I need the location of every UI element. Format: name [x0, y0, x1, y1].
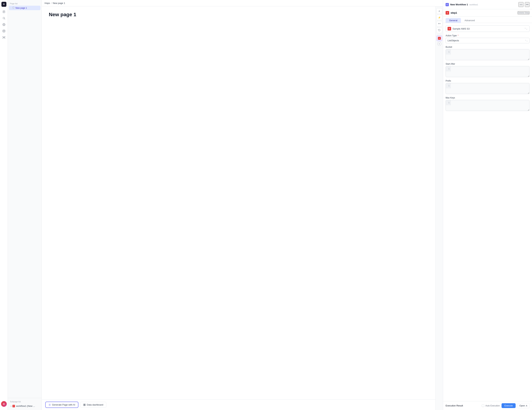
svg-point-10 [5, 37, 5, 37]
integrations-icon-btn[interactable] [1, 35, 7, 40]
prefix-field: Prefix 1 [446, 80, 530, 94]
max-keys-line: 1 [446, 100, 529, 111]
datasource-aws-icon: S [447, 27, 451, 30]
tab-bar: General Advanced [443, 17, 532, 23]
search-icon-btn[interactable] [1, 15, 7, 21]
tab-general[interactable]: General [446, 18, 461, 23]
svg-point-18 [49, 404, 50, 405]
start-after-field: Start After 1 [446, 63, 530, 77]
workflow-header-actions: >> ••• [518, 2, 530, 7]
settings-icon-btn[interactable] [1, 22, 7, 28]
execute-button[interactable]: Execute [502, 403, 516, 408]
auto-execution-checkbox[interactable] [482, 404, 484, 407]
prefix-line-content[interactable] [451, 83, 529, 94]
svg-point-11 [3, 38, 3, 38]
main-header: Hops / New page 1 [42, 0, 443, 6]
auto-execution-area: Auto Execution [482, 404, 500, 407]
bucket-line-content[interactable] [451, 49, 529, 60]
left-icon-bar: H H [0, 0, 8, 410]
right-toolbar: # ⚡ S + [436, 6, 443, 410]
sidebar-page-label: New page 1 [16, 7, 39, 9]
workflow-aws-icon: S [438, 37, 441, 40]
start-after-textarea[interactable]: 1 [446, 66, 530, 77]
generate-page-button[interactable]: Generate Page with AI [45, 402, 78, 408]
history-tool-button[interactable] [437, 28, 442, 33]
svg-rect-17 [13, 7, 14, 9]
generate-page-label: Generate Page with AI [52, 403, 75, 406]
bucket-line-num: 1 [446, 49, 451, 55]
required-indicator: * [458, 34, 459, 37]
bucket-textarea[interactable]: 1 [446, 49, 530, 60]
sidebar: Page list › New page 1 Subpage list › S … [8, 0, 42, 410]
form-area: S Sample AWS S3 ⌃⌄ Action Type * ListObj… [443, 23, 532, 401]
svg-rect-20 [85, 404, 86, 405]
bottom-logo[interactable]: H [1, 401, 7, 407]
data-dashboard-button[interactable]: Data dashboard [80, 402, 106, 408]
max-keys-textarea[interactable]: 1 [446, 100, 530, 111]
action-type-select-wrapper: ListObjects GetObject PutObject DeleteOb… [446, 38, 530, 43]
chevron-right-icon-sub: › [11, 405, 11, 407]
more-icon: ••• [526, 3, 528, 6]
svg-point-6 [4, 24, 4, 25]
max-keys-line-content[interactable] [451, 100, 529, 111]
pages-icon-btn[interactable] [1, 9, 7, 15]
breadcrumb-separator: / [51, 2, 52, 4]
max-keys-label: Max Keys [446, 96, 530, 99]
breadcrumb-current: New page 1 [53, 2, 65, 4]
workflow-panel: New Workflow 1 workflow1 >> ••• S step1 … [443, 0, 532, 410]
hash-tool-button[interactable]: # [437, 8, 442, 14]
svg-rect-22 [85, 405, 86, 406]
open-button[interactable]: Open ∧ [517, 403, 530, 408]
svg-line-13 [3, 37, 4, 37]
plus-icon: + [438, 42, 440, 45]
data-dashboard-label: Data dashboard [87, 403, 103, 406]
execution-result-label: Execution Result [446, 404, 463, 407]
prefix-textarea[interactable]: 1 [446, 83, 530, 94]
sidebar-item-new-page-1[interactable]: › New page 1 [9, 6, 40, 10]
add-tool-button[interactable]: + [437, 42, 441, 46]
share-icon [438, 22, 440, 25]
delete-step-button[interactable]: Delete Step [518, 11, 530, 14]
prefix-line: 1 [446, 83, 529, 94]
ai-icon [48, 404, 51, 406]
step-header: S step1 Delete Step [443, 9, 532, 17]
icon-bar-top: H [1, 2, 7, 400]
workflow-name: New Workflow 1 [450, 3, 468, 6]
workflow-tool-button[interactable]: S [437, 36, 442, 41]
auto-execution-label: Auto Execution [485, 404, 500, 407]
subpage-item-workflow1[interactable]: › S workflow1 (New ... [9, 404, 40, 408]
chevron-right-icon: › [11, 7, 11, 9]
subpage-list-label: Subpage list [8, 400, 41, 404]
datasource-select[interactable]: S Sample AWS S3 ⌃⌄ [446, 26, 530, 32]
svg-point-4 [3, 17, 4, 19]
svg-point-7 [3, 30, 5, 30]
step-aws-icon: S [446, 11, 449, 15]
svg-rect-19 [84, 404, 85, 405]
workflow-id: workflow1 [469, 4, 478, 6]
step-name: step1 [451, 11, 457, 14]
share-tool-button[interactable] [437, 21, 442, 27]
start-after-line-content[interactable] [451, 66, 529, 77]
svg-point-12 [5, 38, 5, 38]
database-icon-btn[interactable] [1, 28, 7, 34]
page-title: New page 1 [49, 12, 428, 18]
bolt-icon: ⚡ [438, 16, 441, 19]
open-chevron-icon: ∧ [526, 404, 528, 407]
action-type-field: Action Type * ListObjects GetObject PutO… [446, 34, 530, 43]
aws-icon-sub: S [12, 405, 15, 407]
expand-panel-button[interactable]: >> [518, 2, 523, 7]
breadcrumb-parent[interactable]: Hops [45, 2, 50, 4]
main-area: Hops / New page 1 New page 1 Generate Pa… [42, 0, 443, 410]
svg-line-16 [4, 37, 5, 38]
tab-advanced[interactable]: Advanced [461, 18, 478, 23]
svg-line-15 [3, 37, 4, 38]
datasource-chevron-icon: ⌃⌄ [524, 28, 528, 30]
toolbar-divider [437, 34, 441, 34]
execution-footer: Execution Result Auto Execution Execute … [443, 401, 532, 410]
subpage-label: workflow1 (New ... [16, 405, 35, 407]
workflow-icon [446, 3, 449, 6]
action-type-select[interactable]: ListObjects GetObject PutObject DeleteOb… [446, 38, 530, 43]
app-logo: H [1, 2, 6, 7]
bolt-tool-button[interactable]: ⚡ [437, 15, 442, 20]
more-options-button[interactable]: ••• [525, 2, 530, 7]
